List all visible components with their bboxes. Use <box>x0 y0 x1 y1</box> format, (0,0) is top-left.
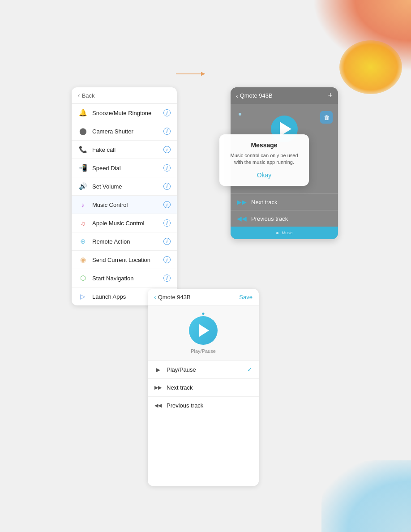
menu-info-fake-call[interactable]: i <box>163 146 171 153</box>
menu-item-camera[interactable]: ⬤ Camera Shutter i <box>72 122 177 141</box>
bottom-panel-header: ‹ Qmote 943B Save <box>148 289 259 305</box>
device-dot-decoration <box>239 113 241 116</box>
menu-back-button[interactable]: ‹ Back <box>72 87 177 104</box>
menu-label-camera: Camera Shutter <box>92 128 163 135</box>
back-arrow-icon: ‹ <box>78 92 80 99</box>
message-popup-title: Message <box>227 142 302 149</box>
menu-label-speed-dial: Speed Dial <box>92 165 163 172</box>
bottom-track-list: ▶ Play/Pause ✓ ▶▶ Next track ◀◀ Previous… <box>148 360 259 414</box>
top-section: ‹ Back 🔔 Snooze/Mute Ringtone i ⬤ Camera… <box>72 87 338 305</box>
device-title: Qmote 943B <box>240 92 273 99</box>
bottom-prev-track-item[interactable]: ◀◀ Previous track <box>148 397 259 414</box>
device-prev-track[interactable]: ◀◀ Previous track <box>231 210 338 227</box>
menu-icon-set-volume: 🔊 <box>78 181 88 191</box>
device-track-list: ▶▶ Next track ◀◀ Previous track <box>231 193 338 227</box>
menu-icon-start-nav: ⬡ <box>78 273 88 283</box>
device-bottom-dot <box>276 232 278 234</box>
menu-icon-apple-music: ♫ <box>78 218 88 228</box>
menu-label-fake-call: Fake call <box>92 146 163 153</box>
bottom-prev-track-label: Previous track <box>167 402 253 409</box>
menu-icon-launch-apps: ▷ <box>78 292 88 301</box>
menu-icon-snooze: 🔔 <box>78 108 88 118</box>
menu-info-send-location[interactable]: i <box>163 256 171 263</box>
menu-icon-send-location: ◉ <box>78 255 88 265</box>
message-popup-text: Music control can only be used with the … <box>227 152 302 166</box>
prev-track-icon: ◀◀ <box>237 215 247 222</box>
menu-info-start-nav[interactable]: i <box>163 275 171 282</box>
bottom-play-button[interactable] <box>189 316 218 345</box>
menu-label-remote-action: Remote Action <box>92 238 163 245</box>
back-label: Back <box>82 92 95 99</box>
bottom-play-pause-icon: ▶ <box>154 366 162 373</box>
bottom-play-pause-check: ✓ <box>247 366 253 373</box>
menu-label-music-control: Music Control <box>92 202 163 208</box>
bottom-header-left: ‹ Qmote 943B <box>154 293 191 300</box>
menu-label-start-nav: Start Navigation <box>92 275 163 282</box>
device-bottom-music-label: Music <box>282 231 293 235</box>
bottom-panel: ‹ Qmote 943B Save Play/Pause ▶ Play/Paus… <box>148 289 259 486</box>
device-prev-track-label: Previous track <box>251 215 288 222</box>
menu-label-apple-music: Apple Music Control <box>92 220 163 227</box>
device-bottom-bar: Music <box>231 227 338 239</box>
next-track-icon: ▶▶ <box>237 198 247 206</box>
message-popup: Message Music control can only be used w… <box>219 134 309 186</box>
bottom-play-label: Play/Pause <box>191 348 216 354</box>
menu-info-camera[interactable]: i <box>163 128 171 135</box>
menu-item-start-nav[interactable]: ⬡ Start Navigation i <box>72 269 177 287</box>
menu-items-list: 🔔 Snooze/Mute Ringtone i ⬤ Camera Shutte… <box>72 104 177 305</box>
bottom-play-area: Play/Pause <box>148 305 259 360</box>
device-plus-icon[interactable]: + <box>328 91 333 100</box>
bottom-back-icon[interactable]: ‹ <box>154 293 156 300</box>
menu-item-remote-action[interactable]: ⊕ Remote Action i <box>72 232 177 251</box>
menu-icon-music-control: ♪ <box>78 200 88 210</box>
bottom-play-pause-item[interactable]: ▶ Play/Pause ✓ <box>148 360 259 379</box>
menu-item-set-volume[interactable]: 🔊 Set Volume i <box>72 177 177 196</box>
device-next-track-label: Next track <box>251 199 278 206</box>
bottom-play-pause-label: Play/Pause <box>167 366 247 373</box>
menu-icon-speed-dial: 📲 <box>78 163 88 173</box>
bottom-next-track-icon: ▶▶ <box>154 385 162 390</box>
menu-info-apple-music[interactable]: i <box>163 219 171 227</box>
menu-item-music-control[interactable]: ♪ Music Control i <box>72 196 177 214</box>
bottom-prev-track-icon: ◀◀ <box>154 403 162 408</box>
menu-label-snooze: Snooze/Mute Ringtone <box>92 110 163 116</box>
bottom-play-icon <box>199 324 209 337</box>
menu-icon-fake-call: 📞 <box>78 145 88 154</box>
menu-panel: ‹ Back 🔔 Snooze/Mute Ringtone i ⬤ Camera… <box>72 87 177 305</box>
menu-item-speed-dial[interactable]: 📲 Speed Dial i <box>72 159 177 177</box>
menu-info-speed-dial[interactable]: i <box>163 164 171 172</box>
device-header: ‹ Qmote 943B + <box>231 87 338 104</box>
menu-item-fake-call[interactable]: 📞 Fake call i <box>72 141 177 159</box>
device-back-icon[interactable]: ‹ <box>236 92 238 99</box>
blob-blue-decoration <box>321 460 411 532</box>
menu-item-apple-music[interactable]: ♫ Apple Music Control i <box>72 214 177 232</box>
device-delete-button[interactable]: 🗑 <box>320 111 333 124</box>
bottom-section: ‹ Qmote 943B Save Play/Pause ▶ Play/Paus… <box>148 289 259 486</box>
bottom-title: Qmote 943B <box>158 294 191 300</box>
menu-icon-camera: ⬤ <box>78 126 88 136</box>
menu-item-send-location[interactable]: ◉ Send Current Location i <box>72 251 177 269</box>
blob-yellow-decoration <box>339 40 402 94</box>
delete-icon: 🗑 <box>324 114 330 121</box>
menu-info-music-control[interactable]: i <box>163 201 171 208</box>
message-popup-ok-button[interactable]: Okay <box>227 172 302 179</box>
menu-info-snooze[interactable]: i <box>163 109 171 116</box>
menu-icon-remote-action: ⊕ <box>78 236 88 246</box>
bottom-dot-decoration <box>202 313 205 315</box>
device-header-left: ‹ Qmote 943B <box>236 92 273 99</box>
menu-info-set-volume[interactable]: i <box>163 183 171 190</box>
menu-info-remote-action[interactable]: i <box>163 238 171 245</box>
device-next-track[interactable]: ▶▶ Next track <box>231 193 338 210</box>
bottom-empty-space <box>148 414 259 486</box>
bottom-next-track-item[interactable]: ▶▶ Next track <box>148 379 259 397</box>
arrow-connector <box>176 69 212 78</box>
menu-label-set-volume: Set Volume <box>92 183 163 190</box>
menu-item-snooze[interactable]: 🔔 Snooze/Mute Ringtone i <box>72 104 177 122</box>
menu-label-send-location: Send Current Location <box>92 257 163 263</box>
bottom-next-track-label: Next track <box>167 384 253 391</box>
bottom-save-button[interactable]: Save <box>239 294 253 300</box>
